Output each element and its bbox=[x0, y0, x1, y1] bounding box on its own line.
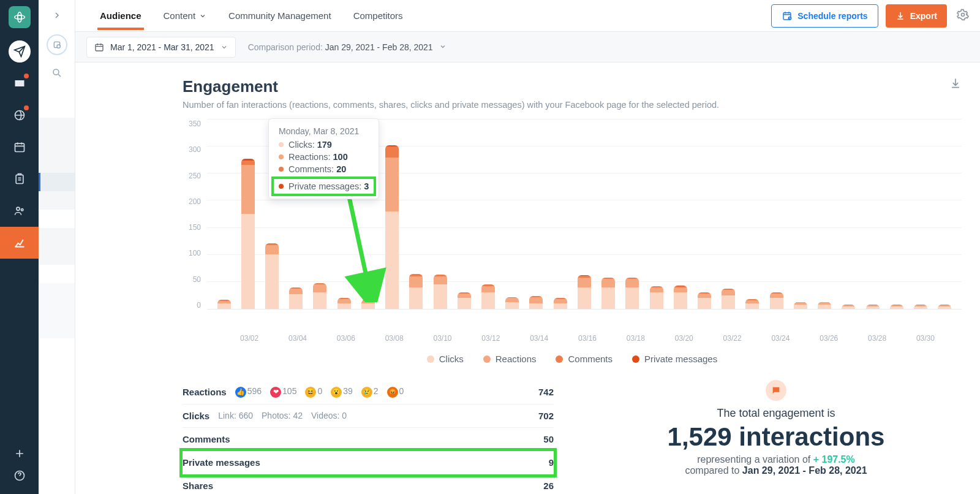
chart-bar[interactable] bbox=[548, 120, 572, 309]
section-item-active[interactable] bbox=[39, 173, 75, 191]
tab-competitors[interactable]: Competitors bbox=[351, 2, 405, 29]
reaction-angry: 😡0 bbox=[387, 386, 404, 398]
export-button[interactable]: Export bbox=[886, 4, 947, 28]
engagement-chart: 350300250200150100500 03/0203/0403/0603/… bbox=[183, 120, 962, 364]
chart-yaxis: 350300250200150100500 bbox=[183, 120, 207, 310]
chart-bar[interactable] bbox=[236, 120, 260, 309]
nav-compose[interactable] bbox=[0, 36, 39, 67]
chart-bar[interactable] bbox=[861, 120, 884, 309]
expand-sidebar-icon[interactable] bbox=[50, 9, 64, 22]
tab-community-management[interactable]: Community Management bbox=[226, 2, 334, 29]
section-item[interactable] bbox=[39, 246, 75, 265]
tab-content[interactable]: Content bbox=[161, 2, 209, 29]
chart-bar[interactable] bbox=[404, 120, 428, 309]
chart-bar[interactable] bbox=[812, 120, 836, 309]
svg-point-11 bbox=[53, 69, 59, 75]
chart-bar[interactable] bbox=[933, 120, 957, 309]
download-icon[interactable] bbox=[949, 77, 962, 92]
chart-bar[interactable] bbox=[524, 120, 548, 309]
svg-rect-4 bbox=[15, 143, 24, 151]
click-breakdown: Photos: 42 bbox=[262, 411, 303, 420]
date-range-picker[interactable]: Mar 1, 2021 - Mar 31, 2021 bbox=[86, 37, 236, 58]
reaction-wow: 😮39 bbox=[331, 386, 353, 398]
chart-bar[interactable] bbox=[212, 120, 236, 309]
click-breakdown: Link: 660 bbox=[218, 411, 253, 420]
comment-chip-icon bbox=[766, 380, 786, 401]
comparison-picker[interactable]: Comparison period: Jan 29, 2021 - Feb 28… bbox=[248, 42, 447, 52]
chart-bar[interactable] bbox=[692, 120, 716, 309]
section-item[interactable] bbox=[39, 154, 75, 173]
comparison-value: Jan 29, 2021 - Feb 28, 2021 bbox=[325, 42, 433, 52]
reaction-love: ❤105 bbox=[270, 386, 296, 398]
click-breakdown: Videos: 0 bbox=[311, 411, 347, 420]
app-logo[interactable] bbox=[9, 6, 31, 28]
nav-analytics[interactable] bbox=[0, 227, 39, 259]
chart-bar[interactable] bbox=[500, 120, 524, 309]
chart-legend: ClicksReactionsCommentsPrivate messages bbox=[183, 354, 962, 364]
svg-rect-5 bbox=[16, 175, 23, 183]
summary-row-comments: Comments 50 bbox=[183, 428, 554, 451]
tooltip-row: Comments: 20 bbox=[279, 164, 369, 174]
chart-bar[interactable] bbox=[884, 120, 908, 309]
svg-point-7 bbox=[21, 209, 23, 211]
profile-selector[interactable] bbox=[47, 34, 67, 55]
tooltip-row: Reactions: 100 bbox=[279, 152, 369, 162]
schedule-reports-button[interactable]: Schedule reports bbox=[771, 4, 878, 28]
chart-bar[interactable] bbox=[668, 120, 692, 309]
summary-row-reactions: Reactions 👍596❤105😆0😮39😢2😡0 742 bbox=[183, 380, 554, 405]
section-item[interactable] bbox=[39, 191, 75, 210]
chart-xaxis: 03/0203/0403/0603/0803/1003/1203/1403/16… bbox=[183, 328, 962, 343]
sidebar-sections bbox=[39, 118, 75, 338]
chart-bar[interactable] bbox=[452, 120, 476, 309]
chart-bar[interactable] bbox=[788, 120, 812, 309]
chart-bar[interactable] bbox=[644, 120, 668, 309]
chart-bar[interactable] bbox=[380, 120, 404, 309]
section-item[interactable] bbox=[39, 136, 75, 154]
search-icon[interactable] bbox=[51, 67, 62, 81]
nav-inbox[interactable] bbox=[0, 67, 39, 99]
app-sidebar bbox=[0, 0, 39, 494]
section-item[interactable] bbox=[39, 118, 75, 136]
comparison-label: Comparison period: bbox=[248, 42, 325, 52]
panel-subtitle: Number of fan interactions (reactions, c… bbox=[183, 100, 719, 110]
chart-bar[interactable] bbox=[476, 120, 500, 309]
chart-bar[interactable] bbox=[908, 120, 932, 309]
section-item[interactable] bbox=[39, 283, 75, 302]
chart-bar[interactable] bbox=[572, 120, 596, 309]
chart-bar[interactable] bbox=[620, 120, 644, 309]
legend-item[interactable]: Clicks bbox=[427, 354, 464, 364]
nav-team[interactable] bbox=[0, 195, 39, 227]
nav-help[interactable] bbox=[13, 469, 26, 484]
chart-bar[interactable] bbox=[741, 120, 764, 309]
chart-bar[interactable] bbox=[837, 120, 861, 309]
notification-dot bbox=[24, 105, 29, 110]
filter-bar: Mar 1, 2021 - Mar 31, 2021 Comparison pe… bbox=[75, 32, 980, 63]
chart-bar[interactable] bbox=[597, 120, 620, 309]
tooltip-row: Private messages: 3 bbox=[271, 177, 376, 196]
nav-calendar[interactable] bbox=[0, 131, 39, 163]
nav-listen[interactable] bbox=[0, 99, 39, 131]
legend-item[interactable]: Comments bbox=[556, 354, 612, 364]
svg-point-6 bbox=[17, 207, 20, 210]
chart-bar[interactable] bbox=[764, 120, 788, 309]
svg-point-14 bbox=[962, 13, 965, 16]
settings-icon[interactable] bbox=[957, 9, 969, 23]
summary-row-shares: Shares 26 bbox=[183, 474, 554, 495]
nav-add[interactable] bbox=[13, 447, 26, 462]
tooltip-row: Clicks: 179 bbox=[279, 140, 369, 150]
legend-item[interactable]: Reactions bbox=[483, 354, 537, 364]
chart-bar[interactable] bbox=[428, 120, 452, 309]
chart-bar[interactable] bbox=[717, 120, 741, 309]
secondary-sidebar bbox=[39, 0, 75, 494]
nav-clipboard[interactable] bbox=[0, 163, 39, 195]
panel-title: Engagement bbox=[183, 77, 719, 96]
total-engagement-card: The total engagement is 1,529 interactio… bbox=[590, 380, 962, 476]
chart-tooltip: Monday, Mar 8, 2021 Clicks: 179Reactions… bbox=[268, 118, 379, 199]
section-item[interactable] bbox=[39, 320, 75, 338]
reaction-haha: 😆0 bbox=[305, 386, 322, 398]
tab-audience[interactable]: Audience bbox=[97, 2, 144, 29]
reaction-sad: 😢2 bbox=[361, 386, 379, 398]
legend-item[interactable]: Private messages bbox=[632, 354, 717, 364]
section-item[interactable] bbox=[39, 302, 75, 320]
section-item[interactable] bbox=[39, 228, 75, 246]
